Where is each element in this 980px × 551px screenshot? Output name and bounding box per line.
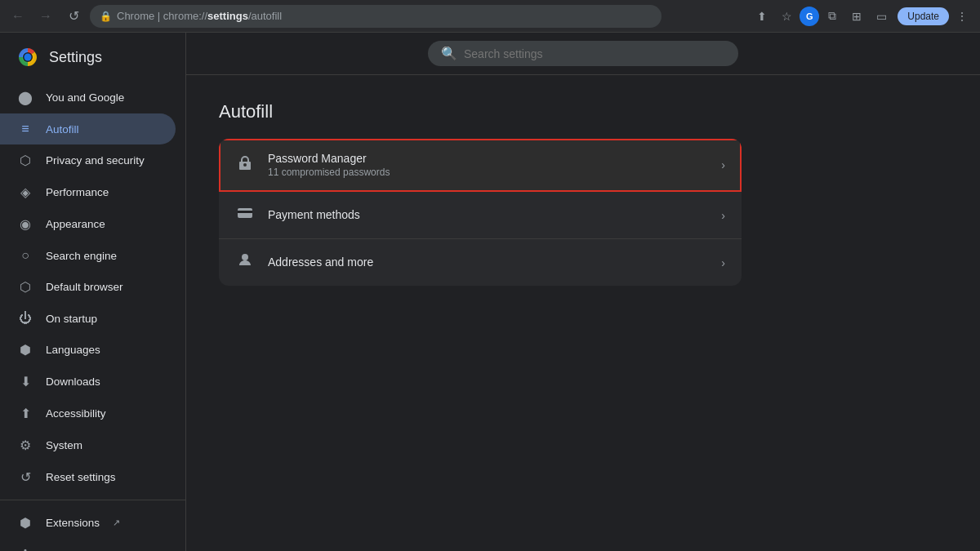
payment-methods-icon: [235, 205, 255, 225]
downloads-icon: ⬇: [16, 374, 34, 389]
sidebar-title: Settings: [49, 49, 102, 66]
settings-row-payment-methods[interactable]: Payment methods›: [219, 192, 742, 239]
addresses-icon: [235, 252, 255, 273]
password-manager-subtitle: 11 compromised passwords: [268, 167, 708, 178]
sidebar-item-privacy-security[interactable]: ⬡Privacy and security: [0, 144, 176, 176]
bookmark-button[interactable]: ☆: [775, 5, 798, 28]
sidebar-item-search-engine[interactable]: ○Search engine: [0, 240, 176, 271]
password-manager-text: Password Manager11 compromised passwords: [268, 152, 708, 178]
sidebar-item-languages[interactable]: ⬢Languages: [0, 334, 176, 366]
sidebar-item-appearance[interactable]: ◉Appearance: [0, 208, 176, 240]
toolbar-icons: ⬆ ☆ G ⧉ ⊞ ▭ Update ⋮: [751, 5, 973, 28]
more-button[interactable]: ⋮: [951, 5, 973, 28]
sidebar-label-search-engine: Search engine: [46, 250, 117, 262]
payment-methods-title: Payment methods: [268, 208, 708, 221]
sidebar-label-performance: Performance: [46, 186, 109, 198]
payment-methods-text: Payment methods: [268, 208, 708, 223]
sidebar-item-accessibility[interactable]: ⬆Accessibility: [0, 398, 176, 429]
sidebar-label-default-browser: Default browser: [46, 281, 123, 293]
forward-button[interactable]: →: [34, 5, 57, 28]
sidebar-label-languages: Languages: [46, 344, 100, 356]
puzzle-button[interactable]: ⊞: [845, 5, 868, 28]
performance-icon: ◈: [16, 184, 34, 200]
search-icon: 🔍: [441, 46, 457, 61]
about-chrome-icon: ℹ: [16, 547, 34, 551]
sidebar-label-on-startup: On startup: [46, 313, 97, 325]
sidebar-label-appearance: Appearance: [46, 218, 105, 230]
sidebar-label-accessibility: Accessibility: [46, 407, 106, 420]
payment-methods-chevron-icon: ›: [721, 209, 725, 222]
sidebar-item-default-browser[interactable]: ⬡Default browser: [0, 271, 176, 303]
accessibility-icon: ⬆: [16, 406, 34, 421]
sidebar-item-autofill[interactable]: ≡Autofill: [0, 113, 176, 144]
browser-bar: ← → ↺ 🔒 Chrome | chrome://settings/autof…: [0, 0, 980, 33]
sidebar-label-downloads: Downloads: [46, 375, 100, 388]
sidebar-label-autofill: Autofill: [46, 123, 79, 136]
extensions-icon: ⬢: [16, 515, 34, 531]
page-title: Autofill: [219, 101, 947, 122]
languages-icon: ⬢: [16, 342, 34, 358]
sidebar: Settings ⬤You and Google≡Autofill⬡Privac…: [0, 33, 186, 551]
url-text: Chrome | chrome://settings/autofill: [117, 10, 282, 22]
password-manager-chevron-icon: ›: [721, 158, 725, 171]
system-icon: ⚙: [16, 438, 34, 453]
svg-point-4: [24, 54, 32, 61]
default-browser-icon: ⬡: [16, 279, 34, 295]
chrome-logo-icon: [16, 46, 39, 69]
search-input[interactable]: [464, 47, 725, 60]
update-button[interactable]: Update: [898, 7, 949, 25]
sidebar-header: Settings: [0, 33, 185, 82]
settings-card: Password Manager11 compromised passwords…: [219, 139, 742, 286]
sidebar-item-system[interactable]: ⚙System: [0, 429, 176, 461]
privacy-security-icon: ⬡: [16, 153, 34, 168]
sidebar-item-about-chrome[interactable]: ℹAbout Chrome: [0, 539, 176, 551]
settings-row-addresses[interactable]: Addresses and more›: [219, 239, 742, 286]
svg-rect-6: [238, 211, 252, 213]
appearance-icon: ◉: [16, 216, 34, 232]
password-manager-title: Password Manager: [268, 152, 708, 165]
extension-button[interactable]: ⧉: [821, 5, 844, 28]
autofill-icon: ≡: [16, 122, 34, 136]
you-and-google-icon: ⬤: [16, 90, 34, 105]
share-button[interactable]: ⬆: [751, 5, 773, 28]
sidebar-label-extensions: Extensions: [46, 517, 100, 529]
settings-content-wrapper: 🔍 Autofill Password Manager11 compromise…: [186, 33, 980, 551]
external-link-icon: ↗: [113, 518, 120, 528]
sidebar-item-performance[interactable]: ◈Performance: [0, 176, 176, 208]
back-button[interactable]: ←: [7, 5, 29, 28]
addresses-text: Addresses and more: [268, 256, 708, 270]
content-area: Autofill Password Manager11 compromised …: [186, 75, 980, 551]
sidebar-item-downloads[interactable]: ⬇Downloads: [0, 366, 176, 398]
settings-row-password-manager[interactable]: Password Manager11 compromised passwords…: [219, 139, 742, 192]
on-startup-icon: ⏻: [16, 311, 34, 326]
sidebar-item-you-and-google[interactable]: ⬤You and Google: [0, 82, 176, 113]
main-layout: Settings ⬤You and Google≡Autofill⬡Privac…: [0, 33, 980, 551]
sidebar-divider: [0, 500, 185, 500]
sidebar-label-privacy-security: Privacy and security: [46, 154, 145, 167]
window-button[interactable]: ▭: [870, 5, 893, 28]
sidebar-bottom-items: ⬢Extensions↗ℹAbout Chrome: [0, 507, 185, 551]
password-manager-icon: [235, 155, 255, 176]
sidebar-label-you-and-google: You and Google: [46, 91, 124, 104]
sidebar-item-on-startup[interactable]: ⏻On startup: [0, 303, 176, 334]
sidebar-label-reset-settings: Reset settings: [46, 471, 116, 483]
sidebar-item-extensions[interactable]: ⬢Extensions↗: [0, 507, 176, 539]
profile-avatar[interactable]: G: [800, 7, 819, 26]
sidebar-item-reset-settings[interactable]: ↺Reset settings: [0, 461, 176, 493]
addresses-title: Addresses and more: [268, 256, 708, 269]
lock-icon: 🔒: [100, 11, 112, 22]
sidebar-label-system: System: [46, 439, 82, 451]
sidebar-items: ⬤You and Google≡Autofill⬡Privacy and sec…: [0, 82, 185, 493]
reset-settings-icon: ↺: [16, 469, 34, 485]
settings-header: 🔍: [186, 33, 980, 75]
reload-button[interactable]: ↺: [62, 5, 85, 28]
address-bar[interactable]: 🔒 Chrome | chrome://settings/autofill: [90, 5, 662, 28]
addresses-chevron-icon: ›: [721, 256, 725, 269]
search-engine-icon: ○: [16, 248, 34, 263]
